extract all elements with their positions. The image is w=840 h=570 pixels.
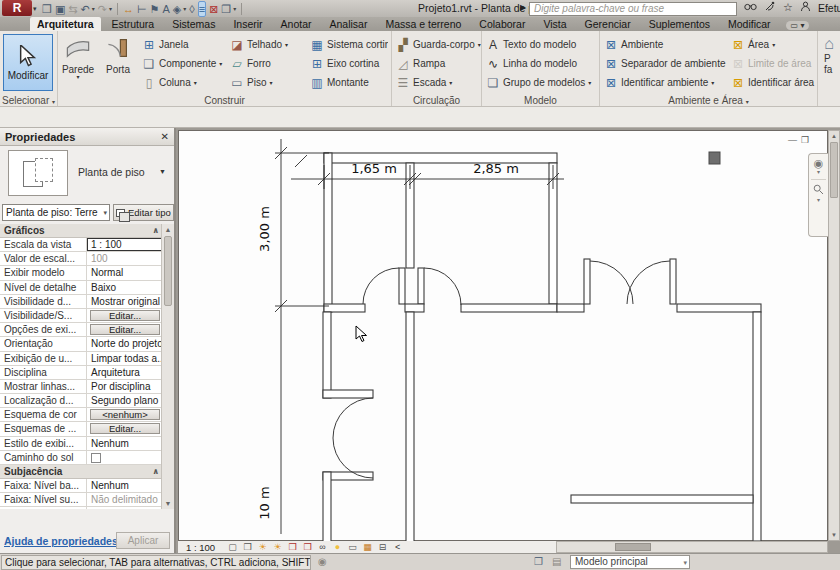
dim-label-height[interactable]: 3,00 m — [257, 206, 272, 252]
tab-massa-e-terreno[interactable]: Massa e terreno — [378, 17, 468, 31]
dim-label-right-room[interactable]: 2,85 m — [473, 161, 519, 176]
property-value[interactable]: 1 : 100 — [87, 238, 163, 251]
worker-icon[interactable]: ◉ — [318, 556, 327, 567]
open-icon[interactable]: ❒ — [42, 2, 52, 16]
dropdown-icon[interactable]: ▾ — [219, 60, 222, 67]
property-checkbox-caminho-do-sol[interactable] — [91, 453, 101, 463]
sign-in-person-icon[interactable] — [800, 1, 811, 14]
measure-icon[interactable]: ↔ — [123, 2, 134, 16]
show-crop-region-icon[interactable]: ▦ — [360, 542, 375, 552]
sun-path-icon[interactable]: ☀ — [255, 542, 270, 552]
visual-style-icon[interactable]: ▢ — [225, 542, 240, 552]
tab-arquitetura[interactable]: Arquitetura — [30, 17, 101, 31]
tab-modificar[interactable]: Modificar — [721, 17, 778, 31]
dropdown-icon[interactable]: ▾ — [76, 75, 79, 79]
undo-icon[interactable]: ↶ — [81, 2, 90, 16]
tab-suplementos[interactable]: Suplementos — [642, 17, 717, 31]
close-hidden-windows-icon[interactable]: ⊠ — [209, 2, 218, 16]
switch-windows-icon[interactable]: ❐ — [221, 2, 231, 16]
scrollbar-thumb[interactable] — [830, 142, 838, 198]
property-value[interactable]: Arquitetura — [87, 366, 163, 379]
ribbon-button-texto-do-modelo[interactable]: ATexto do modelo — [482, 35, 599, 54]
main-model-icon[interactable]: ▤ — [552, 556, 561, 567]
application-menu-arrow-icon[interactable]: ▾ — [33, 5, 37, 13]
property-value[interactable]: Nenhum — [87, 437, 163, 450]
apply-button[interactable]: Aplicar — [116, 532, 170, 549]
panel-label-construir[interactable]: Construir — [58, 95, 391, 106]
dropdown-icon[interactable]: ▾ — [194, 79, 197, 86]
dropdown-icon[interactable]: ▾ — [772, 41, 775, 48]
property-button-visibilidade-s[interactable]: Editar... — [90, 310, 160, 321]
unlocked-view-icon[interactable]: ⊟ — [375, 542, 390, 552]
property-value[interactable]: Mostrar original — [87, 295, 163, 308]
panel-label-modelo[interactable]: Modelo — [482, 95, 599, 106]
property-value[interactable] — [87, 451, 163, 464]
thin-lines-icon[interactable]: ≡ — [198, 1, 206, 17]
shadows-icon[interactable]: ☀ — [270, 542, 285, 552]
redo-dropdown-icon[interactable]: ▾ — [109, 5, 112, 12]
tab-inserir[interactable]: Inserir — [226, 17, 269, 31]
property-value[interactable]: Normal — [87, 266, 163, 279]
search-input[interactable]: Digite palavra-chave ou frase — [529, 2, 737, 16]
ribbon-button-janela[interactable]: ⊞Janela — [138, 35, 226, 54]
type-selector[interactable]: Planta de piso ▼ — [0, 146, 174, 202]
tab-estrutura[interactable]: Estrutura — [105, 17, 162, 31]
property-value[interactable]: Baixo — [87, 281, 163, 294]
chevron-down-icon[interactable]: ▾ — [809, 197, 828, 203]
aligned-dimension-icon[interactable]: ⊢ — [137, 2, 147, 16]
property-value[interactable]: Limpar todas a... — [87, 352, 163, 365]
navigation-bar[interactable]: ◉ ▾ ▾ — [808, 153, 828, 237]
vertical-scrollbar[interactable]: ▲ ▼ — [828, 130, 840, 541]
property-value[interactable]: Por disciplina — [87, 380, 163, 393]
scrollbar-thumb[interactable] — [164, 236, 172, 306]
zoom-icon[interactable] — [809, 184, 828, 197]
undo-dropdown-icon[interactable]: ▾ — [92, 5, 95, 12]
property-button-esquema-de-cor[interactable]: <nenhum> — [90, 409, 160, 420]
transfer-icon[interactable]: ⇆ — [68, 2, 77, 16]
detail-level-icon[interactable]: ❒ — [240, 542, 255, 552]
ribbon-button-area[interactable]: ⊠Área▾ — [727, 35, 817, 54]
ribbon-button-piso[interactable]: ▭Piso▾ — [226, 73, 306, 92]
ribbon-big-button-porta[interactable]: Porta — [98, 33, 138, 93]
search-icon[interactable] — [744, 1, 757, 14]
ribbon-button-sistema-cortina[interactable]: ▦Sistema cortina — [306, 35, 388, 54]
horizontal-scrollbar[interactable] — [556, 541, 828, 553]
property-value[interactable]: <nenhum> — [87, 408, 163, 421]
ribbon-display-toggle[interactable]: ▭ ▾ — [786, 21, 810, 30]
ribbon-button-linha-do-modelo[interactable]: ∿Linha do modelo — [482, 54, 599, 73]
close-icon[interactable]: ✕ — [161, 131, 169, 142]
isolate-elements-icon[interactable]: ❒ — [300, 542, 315, 552]
dropdown-icon[interactable]: ▾ — [711, 79, 714, 86]
ribbon-button-identificar-ambiente[interactable]: ⊠Identificar ambiente▾ — [600, 73, 727, 92]
tab-sistemas[interactable]: Sistemas — [165, 17, 222, 31]
temporary-hide-isolate-icon[interactable]: ∞ — [315, 542, 330, 552]
reveal-hidden-elements-icon[interactable]: ● — [330, 542, 345, 552]
tab-vista[interactable]: Vista — [536, 17, 573, 31]
property-value[interactable]: Norte do projeto — [87, 337, 163, 350]
design-options-icon[interactable]: ❐ — [534, 556, 543, 567]
view-window-controls[interactable]: —❐ — [788, 135, 813, 145]
text-icon[interactable]: A — [162, 2, 169, 16]
dropdown-icon[interactable]: ▾ — [478, 41, 481, 48]
panel-label-ambiente-e-area[interactable]: Ambiente e Área ▾ — [600, 95, 817, 106]
view-scale-button[interactable]: 1 : 100 — [186, 542, 215, 553]
default-3d-view-dropdown-icon[interactable]: ▾ — [183, 5, 186, 12]
ribbon-button-escada[interactable]: ☰Escada▾ — [392, 73, 481, 92]
design-option-combo[interactable]: Modelo principal ▾ — [570, 555, 690, 569]
scroll-down-icon[interactable]: ▼ — [162, 498, 174, 509]
ribbon-button-guarda-corpo[interactable]: ▞Guarda-corpo▾ — [392, 35, 481, 54]
drawing-canvas[interactable]: 1,65 m 2,85 m 3,00 m 10 m —❐ ◉ ▾ ▾ — [178, 130, 828, 541]
communication-center-icon[interactable] — [764, 1, 776, 14]
section-header-subjacencia[interactable]: Subjacência∧ — [0, 465, 163, 479]
chevron-down-icon[interactable]: ▾ — [809, 169, 828, 175]
collapse-icon[interactable]: < — [390, 542, 405, 552]
ribbon-button-separador-de-ambiente[interactable]: ⊠Separador de ambiente — [600, 54, 727, 73]
properties-scrollbar[interactable]: ▲ ▼ — [161, 224, 174, 509]
dropdown-icon[interactable]: ▾ — [285, 41, 288, 48]
ribbon-button-telhado[interactable]: ◪Telhado▾ — [226, 35, 306, 54]
property-value[interactable]: Não delimitado — [87, 493, 163, 506]
ribbon-button-coluna[interactable]: ▯Coluna▾ — [138, 73, 226, 92]
steering-wheel-icon[interactable]: ◉ — [809, 158, 828, 169]
hide-elements-icon[interactable]: ❒ — [285, 542, 300, 552]
instance-selector-combo[interactable]: Planta de piso: Terre ▾ — [2, 204, 110, 221]
